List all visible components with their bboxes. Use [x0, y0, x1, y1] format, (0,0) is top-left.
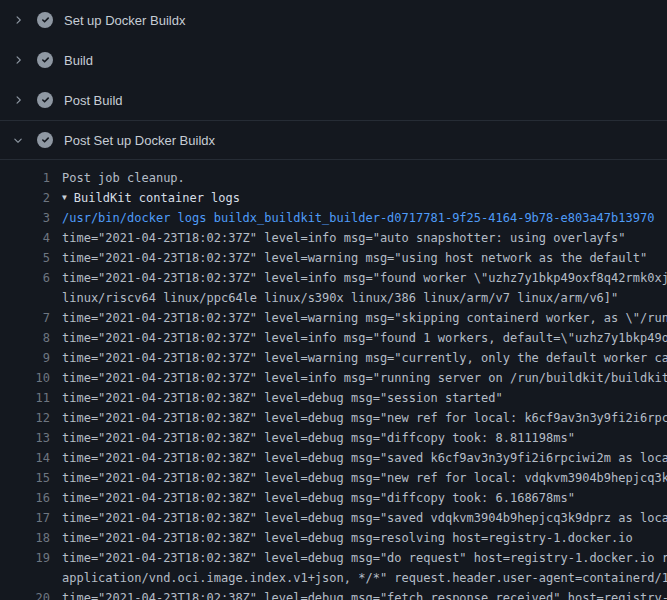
log-text: application/vnd.oci.image.index.v1+json,…	[50, 568, 667, 588]
line-number[interactable]: 7	[0, 308, 50, 328]
line-number[interactable]	[0, 288, 50, 308]
log-line: 17 time="2021-04-23T18:02:38Z" level=deb…	[0, 508, 667, 528]
step-header-post-setup-docker-buildx[interactable]: Post Set up Docker Buildx	[0, 120, 667, 160]
line-number[interactable]: 18	[0, 528, 50, 548]
line-number[interactable]: 15	[0, 468, 50, 488]
chevron-right-icon	[12, 54, 24, 66]
log-line: 1 Post job cleanup.	[0, 168, 667, 188]
log-text: time="2021-04-23T18:02:38Z" level=debug …	[50, 468, 667, 488]
line-number[interactable]: 14	[0, 448, 50, 468]
line-number[interactable]: 8	[0, 328, 50, 348]
line-number[interactable]: 13	[0, 428, 50, 448]
log-line: 4 time="2021-04-23T18:02:37Z" level=info…	[0, 228, 667, 248]
log-line: 19 time="2021-04-23T18:02:38Z" level=deb…	[0, 548, 667, 568]
log-line: 11 time="2021-04-23T18:02:38Z" level=deb…	[0, 388, 667, 408]
line-number[interactable]: 4	[0, 228, 50, 248]
log-text: ▼BuildKit container logs	[50, 188, 667, 208]
line-number[interactable]: 19	[0, 548, 50, 568]
log-text: time="2021-04-23T18:02:38Z" level=debug …	[50, 428, 667, 448]
log-text: time="2021-04-23T18:02:37Z" level=warnin…	[50, 248, 667, 268]
log-text: time="2021-04-23T18:02:37Z" level=warnin…	[50, 308, 667, 328]
chevron-right-icon	[12, 94, 24, 106]
group-toggle-icon[interactable]: ▼	[62, 188, 67, 208]
log-text: time="2021-04-23T18:02:37Z" level=info m…	[50, 268, 667, 288]
line-number[interactable]: 1	[0, 168, 50, 188]
workflow-steps-list: Set up Docker Buildx Build Post Build Po…	[0, 0, 667, 160]
log-line: 6 time="2021-04-23T18:02:37Z" level=info…	[0, 268, 667, 288]
line-number[interactable]: 3	[0, 208, 50, 228]
log-text: time="2021-04-23T18:02:38Z" level=debug …	[50, 408, 667, 428]
log-line: 8 time="2021-04-23T18:02:37Z" level=info…	[0, 328, 667, 348]
log-line: 3 /usr/bin/docker logs buildx_buildkit_b…	[0, 208, 667, 228]
step-label: Post Build	[64, 93, 123, 108]
line-number[interactable]: 11	[0, 388, 50, 408]
log-line: 5 time="2021-04-23T18:02:37Z" level=warn…	[0, 248, 667, 268]
log-text: time="2021-04-23T18:02:38Z" level=debug …	[50, 528, 667, 548]
log-line-continuation: linux/riscv64 linux/ppc64le linux/s390x …	[0, 288, 667, 308]
line-number[interactable]: 12	[0, 408, 50, 428]
log-text: /usr/bin/docker logs buildx_buildkit_bui…	[50, 208, 667, 228]
log-line: 13 time="2021-04-23T18:02:38Z" level=deb…	[0, 428, 667, 448]
log-text: time="2021-04-23T18:02:38Z" level=debug …	[50, 588, 667, 600]
log-text: time="2021-04-23T18:02:37Z" level=info m…	[50, 328, 667, 348]
log-line: 18 time="2021-04-23T18:02:38Z" level=deb…	[0, 528, 667, 548]
log-line: 9 time="2021-04-23T18:02:37Z" level=warn…	[0, 348, 667, 368]
line-number[interactable]: 9	[0, 348, 50, 368]
log-text: Post job cleanup.	[50, 168, 667, 188]
line-number[interactable]: 2	[0, 188, 50, 208]
log-line: 12 time="2021-04-23T18:02:38Z" level=deb…	[0, 408, 667, 428]
log-text: time="2021-04-23T18:02:38Z" level=debug …	[50, 448, 667, 468]
line-number[interactable]: 5	[0, 248, 50, 268]
step-log-panel: 1 Post job cleanup. 2 ▼BuildKit containe…	[0, 160, 667, 600]
step-label: Set up Docker Buildx	[64, 13, 185, 28]
line-number[interactable]: 16	[0, 488, 50, 508]
log-line-continuation: application/vnd.oci.image.index.v1+json,…	[0, 568, 667, 588]
log-line: 14 time="2021-04-23T18:02:38Z" level=deb…	[0, 448, 667, 468]
log-line: 7 time="2021-04-23T18:02:37Z" level=warn…	[0, 308, 667, 328]
check-circle-icon	[37, 92, 53, 108]
log-line: 10 time="2021-04-23T18:02:37Z" level=inf…	[0, 368, 667, 388]
line-number[interactable]	[0, 568, 50, 588]
log-line: 15 time="2021-04-23T18:02:38Z" level=deb…	[0, 468, 667, 488]
check-circle-icon	[37, 52, 53, 68]
chevron-right-icon	[12, 14, 24, 26]
step-label: Build	[64, 53, 93, 68]
line-number[interactable]: 17	[0, 508, 50, 528]
step-header-post-build[interactable]: Post Build	[0, 80, 667, 120]
chevron-down-icon	[12, 134, 24, 146]
log-line: 16 time="2021-04-23T18:02:38Z" level=deb…	[0, 488, 667, 508]
step-header-build[interactable]: Build	[0, 40, 667, 80]
log-text: time="2021-04-23T18:02:37Z" level=info m…	[50, 368, 667, 388]
step-label: Post Set up Docker Buildx	[64, 133, 215, 148]
log-text: time="2021-04-23T18:02:37Z" level=warnin…	[50, 348, 667, 368]
check-circle-icon	[37, 132, 53, 148]
log-text: time="2021-04-23T18:02:38Z" level=debug …	[50, 388, 667, 408]
line-number[interactable]: 10	[0, 368, 50, 388]
log-line: 20 time="2021-04-23T18:02:38Z" level=deb…	[0, 588, 667, 600]
step-header-setup-docker-buildx[interactable]: Set up Docker Buildx	[0, 0, 667, 40]
log-line[interactable]: 2 ▼BuildKit container logs	[0, 188, 667, 208]
log-text: time="2021-04-23T18:02:38Z" level=debug …	[50, 508, 667, 528]
line-number[interactable]: 20	[0, 588, 50, 600]
line-number[interactable]: 6	[0, 268, 50, 288]
log-text: time="2021-04-23T18:02:38Z" level=debug …	[50, 548, 667, 568]
log-text: time="2021-04-23T18:02:37Z" level=info m…	[50, 228, 667, 248]
check-circle-icon	[37, 12, 53, 28]
log-text: time="2021-04-23T18:02:38Z" level=debug …	[50, 488, 667, 508]
log-text: linux/riscv64 linux/ppc64le linux/s390x …	[50, 288, 667, 308]
